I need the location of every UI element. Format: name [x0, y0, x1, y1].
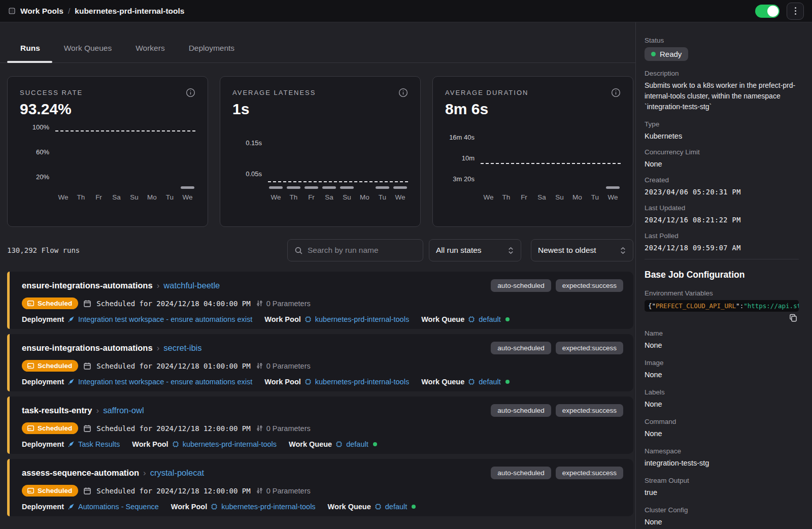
tag-pill: expected:success — [556, 467, 623, 479]
tab-deployments[interactable]: Deployments — [189, 40, 234, 62]
work-queue-link[interactable]: default — [346, 440, 368, 448]
search-input[interactable] — [308, 246, 416, 255]
scheduled-for-text: Scheduled for 2024/12/18 01:00:00 PM — [96, 362, 250, 370]
work-pool-link[interactable]: kubernetes-prd-internal-tools — [315, 315, 409, 323]
deployment-link[interactable]: Integration test workspace - ensure auto… — [78, 378, 252, 386]
chip-icon — [211, 503, 218, 510]
run-name-link[interactable]: saffron-owl — [103, 406, 144, 415]
breadcrumb-current: kubernetes-prd-internal-tools — [75, 7, 184, 16]
environment-variables-code: {"PREFECT_CLOUD_API_URL":"https://api.st… — [645, 300, 799, 312]
run-states-select[interactable]: All run states — [429, 239, 521, 261]
average-lateness-chart: 0.05s0.15sWeThFrSaSuMoTuWe — [232, 127, 408, 201]
bar-column — [606, 186, 620, 189]
field-value: None — [645, 340, 799, 351]
flow-run-row: task-results-entry›saffron-owlauto-sched… — [7, 396, 633, 454]
x-tick-label: Su — [127, 193, 141, 201]
run-meta-row: DeploymentIntegration test workspace - e… — [22, 378, 623, 386]
chart-y-axis: 20%60%100% — [20, 127, 49, 189]
x-tick-label: We — [56, 193, 70, 201]
more-actions-button[interactable] — [787, 3, 804, 20]
bar — [269, 186, 283, 189]
queue-healthy-dot-icon — [412, 505, 416, 509]
deployment-link[interactable]: Integration test workspace - ensure auto… — [78, 315, 252, 323]
breadcrumb-root[interactable]: Work Pools — [20, 7, 63, 16]
run-state-accent-bar — [7, 459, 10, 516]
flow-name: task-results-entry — [22, 406, 92, 415]
queue-healthy-dot-icon — [505, 317, 510, 321]
work-queue-link[interactable]: default — [479, 378, 501, 386]
calendar-icon — [83, 300, 91, 308]
y-tick-label: 100% — [32, 123, 49, 131]
flow-run-row: ensure-integrations-automations›watchful… — [7, 272, 633, 329]
run-meta-row: DeploymentAutomations - SequenceWork Poo… — [22, 503, 623, 511]
chart-y-axis: 3m 20s10m16m 40s — [445, 127, 475, 189]
info-icon[interactable] — [186, 88, 195, 97]
field-label: Created — [645, 175, 799, 185]
bar — [322, 186, 336, 189]
bar — [287, 186, 300, 189]
copy-icon[interactable] — [789, 313, 798, 322]
work-queue-link[interactable]: default — [385, 503, 408, 511]
deployment-link[interactable]: Task Results — [78, 440, 120, 448]
run-name-link[interactable]: secret-ibis — [163, 343, 201, 353]
average-lateness-card: AVERAGE LATENESS 1s 0.05s0.15sWeThFrSaSu… — [220, 76, 421, 227]
calendar-icon — [83, 424, 91, 433]
flow-runs-list: ensure-integrations-automations›watchful… — [7, 272, 633, 516]
tab-work-queues[interactable]: Work Queues — [64, 40, 112, 62]
chart-plot — [55, 127, 195, 189]
rocket-icon — [67, 441, 75, 448]
details-sidebar: Status Ready Description Submits work to… — [636, 22, 812, 529]
info-icon[interactable] — [611, 88, 621, 97]
y-tick-label: 10m — [462, 154, 475, 162]
chip-icon — [468, 378, 475, 385]
x-tick-label: Su — [553, 193, 566, 201]
sidebar-field-cluster-config: Cluster ConfigNone — [645, 505, 799, 527]
sidebar-field-name: NameNone — [645, 328, 799, 351]
run-search[interactable] — [287, 239, 423, 261]
chart-y-axis: 0.05s0.15s — [232, 127, 262, 189]
state-label: Scheduled — [38, 424, 72, 432]
work-pool-label: Work Pool — [132, 440, 168, 448]
run-title: assess-sequence-automation›crystal-polec… — [22, 468, 204, 478]
run-name-link[interactable]: watchful-beetle — [163, 281, 220, 290]
rocket-icon — [67, 316, 75, 323]
deployment-link[interactable]: Automations - Sequence — [78, 503, 159, 511]
state-icon — [27, 300, 35, 307]
card-title: SUCCESS RATE — [20, 89, 83, 96]
sort-order-select[interactable]: Newest to oldest — [531, 239, 633, 261]
scheduled-for-text: Scheduled for 2024/12/18 12:00:00 PM — [96, 424, 250, 433]
flow-run-row: ensure-integrations-automations›secret-i… — [7, 334, 633, 391]
calendar-icon — [83, 487, 91, 495]
tab-runs[interactable]: Runs — [20, 40, 40, 62]
field-value: None — [645, 370, 799, 380]
field-label: Last Updated — [645, 203, 799, 213]
chip-icon — [375, 503, 382, 510]
field-label: Namespace — [645, 446, 799, 456]
tab-workers[interactable]: Workers — [136, 40, 164, 62]
run-title-row: ensure-integrations-automations›secret-i… — [22, 342, 623, 354]
chart-x-labels: WeThFrSaSuMoTuWe — [55, 193, 195, 201]
work-pool-active-toggle[interactable] — [755, 5, 780, 18]
card-title: AVERAGE LATENESS — [232, 89, 316, 96]
chip-icon — [172, 441, 179, 448]
status-badge: Ready — [645, 47, 688, 61]
sidebar-field-command: CommandNone — [645, 417, 799, 439]
x-tick-label: Sa — [535, 193, 549, 201]
calendar-icon — [83, 362, 91, 370]
y-tick-label: 60% — [36, 148, 49, 155]
work-pool-link[interactable]: kubernetes-prd-internal-tools — [221, 503, 315, 511]
sliders-icon — [256, 424, 263, 432]
work-pool-label: Work Pool — [171, 503, 207, 511]
work-pool-link[interactable]: kubernetes-prd-internal-tools — [315, 378, 409, 386]
tab-bar: RunsWork QueuesWorkersDeployments — [0, 22, 635, 63]
queue-healthy-dot-icon — [373, 442, 377, 446]
x-tick-label: Mo — [570, 193, 584, 201]
x-tick-label: We — [482, 193, 495, 201]
run-name-link[interactable]: crystal-polecat — [150, 468, 204, 478]
info-icon[interactable] — [398, 88, 408, 97]
bar-column — [393, 186, 407, 189]
state-icon — [27, 362, 35, 370]
bar-column — [322, 186, 336, 189]
work-pool-link[interactable]: kubernetes-prd-internal-tools — [183, 440, 277, 448]
work-queue-link[interactable]: default — [479, 315, 501, 323]
